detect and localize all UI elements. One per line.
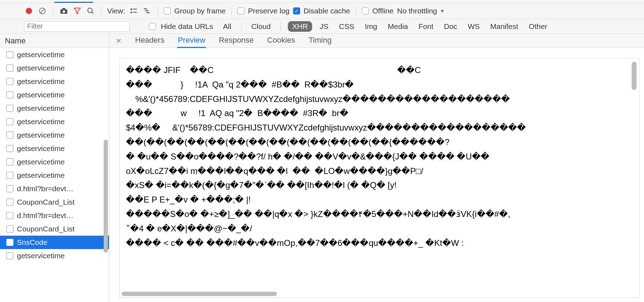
request-name: getservicetime xyxy=(17,91,65,99)
svg-rect-8 xyxy=(133,9,137,10)
view-waterfall-icon[interactable] xyxy=(142,6,152,16)
scrollbar-thumb[interactable] xyxy=(632,62,637,90)
request-row[interactable]: CouponCard_List xyxy=(0,222,109,236)
preserve-log-label: Preserve log xyxy=(248,7,290,15)
filter-category-ws[interactable]: WS xyxy=(465,21,482,32)
request-row[interactable]: getservicetime xyxy=(0,102,109,115)
tab-timing[interactable]: Timing xyxy=(308,34,332,48)
group-by-frame-checkbox[interactable] xyxy=(164,7,171,14)
request-row[interactable]: getservicetime xyxy=(0,169,109,182)
network-toolbar: View: Group by frame Preserve log ✓ Disa… xyxy=(0,3,644,19)
request-row[interactable]: getservicetime xyxy=(0,75,109,88)
divider xyxy=(231,6,232,16)
offline-checkbox[interactable] xyxy=(362,7,369,14)
request-row[interactable]: getservicetime xyxy=(0,115,109,128)
request-row[interactable]: getservicetime xyxy=(0,88,109,102)
filter-category-img[interactable]: Img xyxy=(362,21,380,32)
request-row[interactable]: getservicetime xyxy=(0,142,109,155)
request-row[interactable]: getservicetime xyxy=(0,249,109,262)
filter-category-js[interactable]: JS xyxy=(317,21,332,32)
filter-category-media[interactable]: Media xyxy=(385,21,411,32)
request-row[interactable]: getservicetime xyxy=(0,155,109,169)
hide-data-urls-checkbox[interactable] xyxy=(149,23,156,30)
filter-category-other[interactable]: Other xyxy=(526,21,550,32)
chevron-down-icon: ▼ xyxy=(440,8,445,14)
request-row[interactable]: getservicetime xyxy=(0,61,109,75)
divider xyxy=(280,22,281,31)
filter-input[interactable] xyxy=(24,21,130,32)
filter-category-manifest[interactable]: Manifest xyxy=(487,21,521,32)
scrollbar-thumb[interactable] xyxy=(122,292,277,296)
file-icon xyxy=(6,118,13,125)
filter-category-xhr[interactable]: XHR xyxy=(288,21,312,32)
request-row[interactable]: d.html?br=devt… xyxy=(0,182,109,195)
tab-cookies[interactable]: Cookies xyxy=(266,34,296,48)
svg-rect-13 xyxy=(146,12,150,13)
throttling-value: No throttling xyxy=(397,7,437,15)
file-icon xyxy=(6,158,13,165)
detail-panel: ✕ HeadersPreviewResponseCookiesTiming ��… xyxy=(109,34,644,302)
request-name: SnsCode xyxy=(17,238,47,247)
svg-line-1 xyxy=(41,9,44,13)
clear-button[interactable] xyxy=(37,6,47,16)
file-icon xyxy=(6,132,13,139)
record-button[interactable] xyxy=(24,6,34,16)
svg-point-4 xyxy=(62,10,65,13)
search-icon[interactable] xyxy=(86,6,96,16)
file-icon xyxy=(6,65,13,72)
request-name: getservicetime xyxy=(17,131,65,139)
file-icon xyxy=(6,91,13,98)
filter-category-font[interactable]: Font xyxy=(416,21,436,32)
filter-icon[interactable] xyxy=(72,6,82,16)
svg-rect-10 xyxy=(133,12,137,13)
request-row[interactable]: SnsCode xyxy=(0,236,109,249)
view-large-icon[interactable] xyxy=(129,6,139,16)
request-name: getservicetime xyxy=(17,50,65,59)
request-row[interactable]: getservicetime xyxy=(0,128,109,142)
filter-bar: Hide data URLs AllCloudXHRJSCSSImgMediaF… xyxy=(0,19,644,34)
disable-cache-checkbox[interactable]: ✓ xyxy=(293,7,300,14)
file-icon xyxy=(6,105,13,112)
request-list-panel: Name getservicetimegetservicetimegetserv… xyxy=(0,34,109,302)
throttling-select[interactable]: No throttling ▼ xyxy=(397,7,445,15)
request-name: CouponCard_List xyxy=(17,198,74,206)
file-icon xyxy=(6,145,13,152)
name-column-header[interactable]: Name xyxy=(0,34,109,48)
request-row[interactable]: getservicetime xyxy=(0,48,109,61)
request-row[interactable]: CouponCard_List xyxy=(0,195,109,209)
file-icon xyxy=(6,172,13,179)
svg-rect-12 xyxy=(145,10,148,11)
svg-rect-7 xyxy=(130,8,132,10)
request-name: CouponCard_List xyxy=(17,225,74,233)
request-name: getservicetime xyxy=(17,117,65,126)
svg-point-5 xyxy=(88,8,92,13)
filter-category-cloud[interactable]: Cloud xyxy=(249,21,274,32)
divider xyxy=(53,6,53,16)
tab-headers[interactable]: Headers xyxy=(134,34,165,48)
preserve-log-checkbox[interactable] xyxy=(237,7,244,14)
scrollbar-thumb[interactable] xyxy=(104,140,108,253)
filter-category-all[interactable]: All xyxy=(220,21,234,32)
svg-rect-9 xyxy=(130,12,132,13)
request-name: getservicetime xyxy=(17,144,65,153)
filter-category-css[interactable]: CSS xyxy=(336,21,357,32)
offline-label: Offline xyxy=(372,7,394,15)
panel-tab-strip xyxy=(0,0,644,3)
request-row[interactable]: d.html?br=devt… xyxy=(0,209,109,222)
close-icon[interactable]: ✕ xyxy=(113,37,124,45)
request-list[interactable]: getservicetimegetservicetimegetserviceti… xyxy=(0,48,109,302)
request-name: d.html?br=devt… xyxy=(17,211,74,220)
divider xyxy=(356,6,356,16)
filter-category-doc[interactable]: Doc xyxy=(441,21,460,32)
file-icon xyxy=(6,225,13,232)
file-icon xyxy=(6,239,13,246)
divider xyxy=(101,6,102,16)
request-name: getservicetime xyxy=(17,171,65,180)
detail-tabs: ✕ HeadersPreviewResponseCookiesTiming xyxy=(109,34,644,48)
request-name: getservicetime xyxy=(17,252,65,260)
screenshot-icon[interactable] xyxy=(59,6,69,16)
tab-response[interactable]: Response xyxy=(218,34,254,48)
disable-cache-label: Disable cache xyxy=(304,7,350,15)
tab-preview[interactable]: Preview xyxy=(177,34,206,48)
file-icon xyxy=(6,199,13,206)
